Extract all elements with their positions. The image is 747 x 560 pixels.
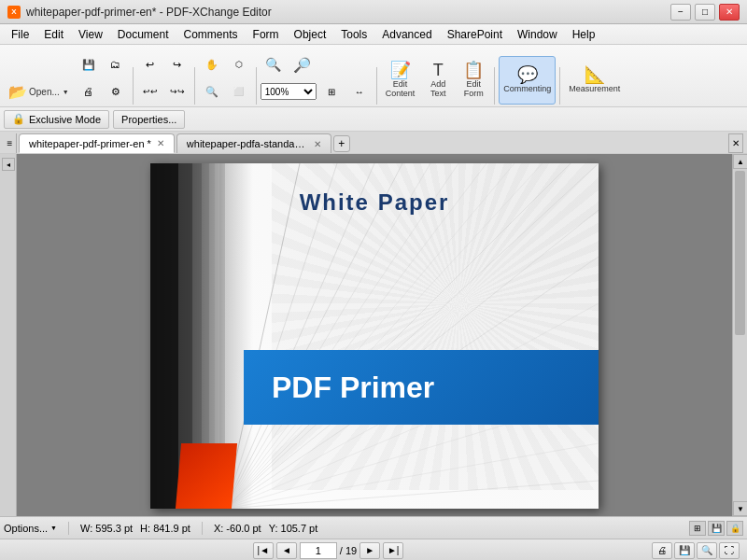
main-content: ◂: [0, 154, 747, 516]
menu-window[interactable]: Window: [510, 25, 565, 44]
scroll-thumb[interactable]: [735, 171, 745, 335]
undo-redo-group: ↩ ↪ ↩↩ ↪↪: [137, 51, 190, 105]
y-label: Y: 105.7 pt: [269, 523, 318, 534]
hand-tool-button[interactable]: ✋: [199, 51, 225, 77]
nav-zoom-button[interactable]: 🔍: [697, 542, 717, 559]
title-bar: X whitepaper-pdf-primer-en* - PDF-XChang…: [0, 0, 747, 24]
bottom-nav: |◄ ◄ / 19 ► ►| 🖨 💾 🔍 ⛶: [0, 539, 747, 560]
save-all-button[interactable]: 🗂: [103, 51, 129, 77]
fit-page-button[interactable]: ⊞: [318, 78, 345, 105]
height-label: H: 841.9 pt: [140, 523, 190, 534]
sidebar-toggle[interactable]: ◂: [2, 158, 15, 171]
pdf-blue-banner: PDF Primer: [244, 350, 599, 425]
status-sep-2: [202, 522, 203, 535]
nav-print-button[interactable]: 🖨: [652, 542, 672, 559]
zoom-group: 🔍 🔎 100% 75% 150% 200% ⊞ ↔: [261, 51, 373, 105]
tab-close-2[interactable]: ✕: [314, 139, 321, 149]
app-icon: X: [7, 6, 21, 19]
commenting-button[interactable]: 💬 Commenting: [499, 56, 556, 105]
page-number-input[interactable]: [300, 542, 337, 559]
nav-fullscreen-button[interactable]: ⛶: [719, 542, 740, 559]
menu-view[interactable]: View: [71, 25, 110, 44]
edit-form-label: EditForm: [464, 80, 484, 99]
pdf-title: White Paper: [150, 189, 599, 216]
open-dropdown-icon: ▼: [63, 89, 69, 95]
menu-object[interactable]: Object: [287, 25, 334, 44]
title-bar-title: whitepaper-pdf-primer-en* - PDF-XChange …: [26, 6, 272, 19]
save-button[interactable]: 💾: [76, 51, 102, 77]
tab-scroll-right[interactable]: ✕: [728, 133, 743, 153]
tab-whitepaper-standard[interactable]: whitepaper-pdfa-standard-iso-19005-en ✕: [176, 133, 331, 153]
menu-advanced[interactable]: Advanced: [374, 25, 439, 44]
options-label: Options...: [4, 523, 48, 534]
x-label: X: -60.0 pt: [214, 523, 261, 534]
select-tool-button[interactable]: ⬡: [226, 51, 252, 77]
separator-6: [559, 67, 560, 105]
maximize-button[interactable]: □: [695, 4, 715, 21]
properties-label: Properties...: [121, 114, 176, 125]
add-text-button[interactable]: T AddText: [421, 56, 455, 105]
menu-tools[interactable]: Tools: [333, 25, 374, 44]
exclusive-mode-button[interactable]: 🔒 Exclusive Mode: [4, 110, 109, 129]
x-status: X: -60.0 pt: [214, 523, 261, 534]
nav-next-button[interactable]: ►: [359, 542, 380, 559]
properties-button[interactable]: Properties...: [113, 110, 185, 129]
zoom-tool-button[interactable]: 🔍: [199, 78, 225, 105]
menu-edit[interactable]: Edit: [36, 25, 71, 44]
tab-list-icon[interactable]: ≡: [7, 138, 13, 148]
tab-close-1[interactable]: ✕: [157, 138, 164, 148]
undo-button[interactable]: ↩: [137, 51, 163, 77]
undo2-button[interactable]: ↩↩: [137, 78, 163, 105]
pdf-content: White Paper PDF Primer: [150, 163, 599, 509]
zoom-select[interactable]: 100% 75% 150% 200%: [261, 83, 317, 100]
toolbar-area: 📂 Open... ▼ 💾 🗂 🖨 ⚙ ↩ ↪ ↩↩: [0, 45, 747, 107]
edit-form-icon: 📋: [463, 62, 484, 78]
tab-whitepaper-primer[interactable]: whitepaper-pdf-primer-en * ✕: [19, 133, 175, 153]
redo2-button[interactable]: ↪↪: [164, 78, 190, 105]
page-total: 19: [345, 545, 357, 556]
save-print-group: 💾 🗂 🖨 ⚙: [76, 51, 129, 105]
title-bar-controls: − □ ✕: [670, 4, 740, 21]
print-setup-button[interactable]: ⚙: [103, 78, 129, 105]
measurement-label: Measurement: [569, 85, 620, 94]
nav-prev-button[interactable]: ◄: [276, 542, 297, 559]
status-bar: Options... ▼ W: 595.3 pt H: 841.9 pt X: …: [0, 516, 747, 539]
fit-width-button[interactable]: ↔: [346, 78, 373, 105]
options-dropdown-icon: ▼: [50, 525, 57, 531]
status-icon-2[interactable]: 💾: [708, 521, 725, 536]
marquee-button[interactable]: ⬜: [226, 78, 252, 105]
zoom-out-button[interactable]: 🔍: [261, 51, 287, 77]
menu-comments[interactable]: Comments: [176, 25, 246, 44]
nav-save-button[interactable]: 💾: [674, 542, 695, 559]
close-button[interactable]: ✕: [719, 4, 740, 21]
menu-file[interactable]: File: [4, 25, 36, 44]
tab-bar: ≡ whitepaper-pdf-primer-en * ✕ whitepape…: [0, 132, 747, 154]
options-area[interactable]: Options... ▼: [4, 523, 57, 534]
pdf-area: White Paper PDF Primer: [17, 154, 732, 516]
edit-content-button[interactable]: 📝 EditContent: [381, 56, 420, 105]
measurement-button[interactable]: 📐 Measurement: [564, 56, 625, 105]
mode-bar: 🔒 Exclusive Mode Properties...: [0, 107, 747, 132]
edit-form-button[interactable]: 📋 EditForm: [457, 56, 490, 105]
status-icon-1[interactable]: ⊞: [689, 521, 706, 536]
menu-bar: File Edit View Document Comments Form Ob…: [0, 24, 747, 45]
separator-2: [194, 67, 195, 105]
menu-form[interactable]: Form: [246, 25, 287, 44]
toolbar-row-main: 📂 Open... ▼ 💾 🗂 🖨 ⚙ ↩ ↪ ↩↩: [4, 47, 743, 105]
nav-first-button[interactable]: |◄: [253, 542, 274, 559]
redo-button[interactable]: ↪: [164, 51, 190, 77]
separator-3: [256, 67, 257, 105]
minimize-button[interactable]: −: [670, 4, 691, 21]
scroll-up-button[interactable]: ▲: [733, 154, 747, 169]
zoom-in-button[interactable]: 🔎: [287, 50, 316, 79]
nav-last-button[interactable]: ►|: [383, 542, 403, 559]
menu-sharepoint[interactable]: SharePoint: [440, 25, 510, 44]
menu-document[interactable]: Document: [110, 25, 176, 44]
menu-help[interactable]: Help: [565, 25, 603, 44]
open-button[interactable]: 📂 Open... ▼: [4, 78, 74, 105]
status-icon-3[interactable]: 🔒: [726, 521, 743, 536]
scroll-down-button[interactable]: ▼: [733, 501, 747, 516]
y-status: Y: 105.7 pt: [269, 523, 318, 534]
print-button[interactable]: 🖨: [76, 78, 102, 105]
tab-add-button[interactable]: +: [333, 135, 350, 152]
